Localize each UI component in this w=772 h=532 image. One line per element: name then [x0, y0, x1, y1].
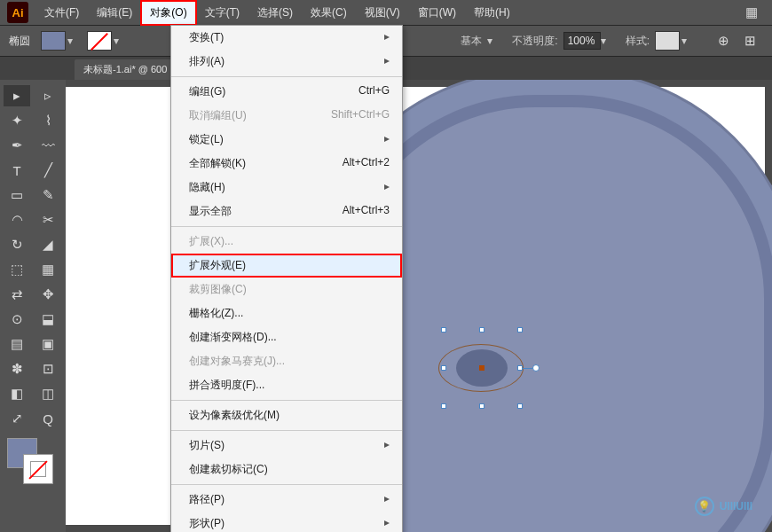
- tool-0[interactable]: ▸: [4, 85, 30, 106]
- tool-4[interactable]: ✒: [4, 135, 30, 156]
- menu-item-label: 扩展(X)...: [189, 234, 233, 249]
- menu-item-设为像素级优化[interactable]: 设为像素级优化(M): [171, 403, 402, 427]
- menu-item-编组[interactable]: 编组(G)Ctrl+G: [171, 80, 402, 104]
- chevron-down-icon[interactable]: ▾: [681, 35, 692, 47]
- menu-item-拼合透明度[interactable]: 拼合透明度(F)...: [171, 373, 402, 397]
- chevron-down-icon[interactable]: ▾: [487, 35, 498, 47]
- tool-17[interactable]: ✥: [35, 284, 61, 305]
- tool-10[interactable]: ◠: [4, 209, 30, 231]
- tool-15[interactable]: ▦: [35, 259, 61, 280]
- tool-26[interactable]: ⤢: [4, 408, 30, 429]
- menu-帮助[interactable]: 帮助(H): [465, 1, 519, 25]
- menu-视图[interactable]: 视图(V): [356, 1, 409, 25]
- shortcut-label: Shift+Ctrl+G: [331, 108, 390, 123]
- color-swatches[interactable]: [4, 438, 62, 482]
- tool-1[interactable]: ▹: [35, 85, 61, 106]
- menu-item-切片[interactable]: 切片(S)▸: [171, 434, 402, 458]
- tool-12[interactable]: ↻: [4, 234, 30, 255]
- tool-13[interactable]: ◢: [35, 234, 61, 255]
- menu-item-显示全部[interactable]: 显示全部Alt+Ctrl+3: [171, 200, 402, 223]
- tool-19[interactable]: ⬓: [35, 309, 61, 330]
- selection-box[interactable]: [444, 330, 520, 406]
- menu-item-路径[interactable]: 路径(P)▸: [171, 488, 402, 512]
- tool-21[interactable]: ▣: [35, 333, 61, 355]
- handle-tr[interactable]: [517, 327, 523, 332]
- menu-item-label: 显示全部: [189, 204, 232, 219]
- tool-18[interactable]: ⊙: [4, 309, 30, 330]
- menu-item-label: 创建渐变网格(D)...: [189, 330, 277, 345]
- handle-ml[interactable]: [441, 365, 446, 371]
- menu-item-锁定[interactable]: 锁定(L)▸: [171, 128, 402, 152]
- stroke-swatch[interactable]: [87, 31, 112, 51]
- document-tab[interactable]: 未标题-1.ai* @ 600: [75, 59, 176, 80]
- menu-文字[interactable]: 文字(T): [196, 1, 248, 25]
- tool-3[interactable]: ⌇: [35, 110, 61, 131]
- style-label: 样式:: [626, 34, 650, 49]
- layout-icon[interactable]: ▦: [738, 2, 765, 23]
- handle-br[interactable]: [517, 403, 523, 409]
- tool-24[interactable]: ◧: [4, 383, 30, 404]
- menu-item-裁剪图像: 裁剪图像(C): [171, 278, 402, 301]
- menu-效果[interactable]: 效果(C): [302, 1, 356, 25]
- handle-tl[interactable]: [441, 327, 446, 332]
- tool-16[interactable]: ⇄: [4, 284, 30, 305]
- submenu-arrow-icon: ▸: [384, 180, 390, 195]
- tool-9[interactable]: ✎: [35, 184, 61, 206]
- menu-item-label: 扩展外观(E): [189, 258, 246, 273]
- tool-8[interactable]: ▭: [4, 184, 30, 206]
- tool-14[interactable]: ⬚: [4, 259, 30, 280]
- handle-tm[interactable]: [479, 327, 484, 332]
- menu-item-label: 拼合透明度(F)...: [189, 378, 264, 393]
- menu-item-label: 形状(P): [189, 516, 225, 531]
- menu-item-创建裁切标记[interactable]: 创建裁切标记(C): [171, 458, 402, 481]
- style-swatch[interactable]: [655, 31, 680, 51]
- opacity-input[interactable]: [563, 32, 601, 50]
- tool-23[interactable]: ⊡: [35, 358, 61, 379]
- menu-item-label: 裁剪图像(C): [189, 282, 247, 297]
- tool-7[interactable]: ╱: [35, 160, 61, 181]
- tool-20[interactable]: ▤: [4, 333, 30, 355]
- handle-bl[interactable]: [441, 403, 446, 409]
- submenu-arrow-icon: ▸: [384, 492, 390, 507]
- center-point[interactable]: [479, 365, 484, 371]
- fill-swatch[interactable]: [41, 31, 66, 51]
- menu-选择[interactable]: 选择(S): [248, 1, 302, 25]
- menu-item-变换[interactable]: 变换(T)▸: [171, 26, 402, 50]
- watermark-text: UIIIUIII: [720, 500, 752, 512]
- menu-item-创建渐变网格[interactable]: 创建渐变网格(D)...: [171, 325, 402, 349]
- menu-item-label: 编组(G): [189, 84, 225, 99]
- bulb-icon: 💡: [695, 497, 714, 516]
- menubar: Ai 文件(F)编辑(E)对象(O)文字(T)选择(S)效果(C)视图(V)窗口…: [0, 0, 772, 25]
- chevron-down-icon[interactable]: ▾: [114, 35, 124, 47]
- rotate-handle[interactable]: [532, 364, 540, 372]
- tool-6[interactable]: T: [4, 160, 30, 181]
- tool-25[interactable]: ◫: [35, 383, 61, 404]
- menu-item-隐藏[interactable]: 隐藏(H)▸: [171, 176, 402, 200]
- chevron-down-icon[interactable]: ▾: [601, 35, 611, 47]
- grid-icon[interactable]: ⊞: [737, 30, 763, 51]
- chevron-down-icon[interactable]: ▾: [67, 35, 78, 47]
- menu-item-形状[interactable]: 形状(P)▸: [171, 512, 402, 532]
- menu-对象[interactable]: 对象(O): [141, 1, 195, 25]
- menu-文件[interactable]: 文件(F): [35, 1, 88, 25]
- stroke-color[interactable]: [23, 454, 53, 484]
- menu-item-扩展外观[interactable]: 扩展外观(E): [171, 254, 402, 278]
- menu-item-取消编组: 取消编组(U)Shift+Ctrl+G: [171, 104, 402, 128]
- menu-item-排列[interactable]: 排列(A)▸: [171, 50, 402, 74]
- menu-item-全部解锁[interactable]: 全部解锁(K)Alt+Ctrl+2: [171, 152, 402, 176]
- tool-11[interactable]: ✂: [35, 209, 61, 231]
- tool-27[interactable]: Q: [35, 408, 61, 429]
- tool-panel: ▸▹✦⌇✒〰T╱▭✎◠✂↻◢⬚▦⇄✥⊙⬓▤▣✽⊡◧◫⤢Q: [0, 80, 66, 532]
- tool-2[interactable]: ✦: [4, 110, 30, 131]
- object-menu-dropdown: 变换(T)▸排列(A)▸编组(G)Ctrl+G取消编组(U)Shift+Ctrl…: [170, 25, 403, 532]
- basic-label: 基本: [461, 34, 482, 49]
- menu-item-栅格化[interactable]: 栅格化(Z)...: [171, 301, 402, 325]
- opacity-label: 不透明度:: [512, 34, 557, 49]
- menu-编辑[interactable]: 编辑(E): [88, 1, 141, 25]
- tool-22[interactable]: ✽: [4, 358, 30, 379]
- handle-bm[interactable]: [479, 403, 484, 409]
- menu-窗口[interactable]: 窗口(W): [409, 1, 465, 25]
- menu-item-label: 创建裁切标记(C): [189, 462, 268, 477]
- options-icon[interactable]: ⊕: [710, 30, 737, 51]
- tool-5[interactable]: 〰: [35, 135, 61, 156]
